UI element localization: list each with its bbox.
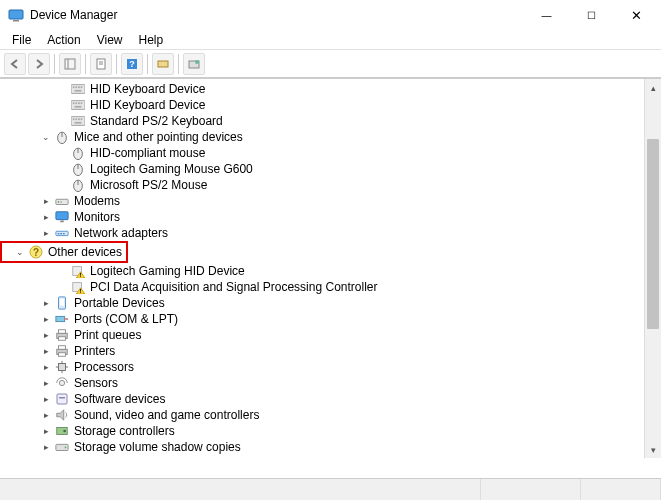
- device-tree[interactable]: ▸ HID Keyboard Device ▸ HID Keyboard Dev…: [0, 79, 661, 458]
- tree-category-other-devices[interactable]: ⌄ ? Other devices: [0, 241, 128, 263]
- properties-button[interactable]: [90, 53, 112, 75]
- category-label: Mice and other pointing devices: [74, 130, 243, 144]
- expander-icon[interactable]: ▸: [40, 227, 52, 239]
- expander-icon[interactable]: ▸: [40, 441, 52, 453]
- device-label: PCI Data Acquisition and Signal Processi…: [90, 280, 377, 294]
- expander-icon[interactable]: ▸: [40, 313, 52, 325]
- menu-view[interactable]: View: [89, 31, 131, 49]
- expander-icon[interactable]: ▸: [40, 361, 52, 373]
- tree-category-network[interactable]: ▸ Network adapters: [0, 225, 661, 241]
- tree-category-sound[interactable]: ▸ Sound, video and game controllers: [0, 407, 661, 423]
- menu-action[interactable]: Action: [39, 31, 88, 49]
- titlebar: Device Manager — ☐ ✕: [0, 0, 661, 30]
- maximize-button[interactable]: ☐: [569, 0, 614, 30]
- tree-leaf[interactable]: ▸ Microsoft PS/2 Mouse: [0, 177, 661, 193]
- expander-icon[interactable]: ▸: [40, 345, 52, 357]
- device-tree-container: ▸ HID Keyboard Device ▸ HID Keyboard Dev…: [0, 78, 661, 458]
- svg-rect-15: [78, 86, 80, 88]
- svg-rect-45: [60, 233, 62, 234]
- svg-rect-17: [75, 90, 82, 92]
- tree-category-software[interactable]: ▸ Software devices: [0, 391, 661, 407]
- keyboard-icon: [70, 113, 86, 129]
- tree-category-sensors[interactable]: ▸ Sensors: [0, 375, 661, 391]
- expander-icon[interactable]: ▸: [40, 393, 52, 405]
- svg-text:?: ?: [129, 59, 135, 69]
- expander-icon[interactable]: ▸: [40, 211, 52, 223]
- back-button[interactable]: [4, 53, 26, 75]
- tree-category-modems[interactable]: ▸ Modems: [0, 193, 661, 209]
- category-label: Processors: [74, 360, 134, 374]
- category-label: Ports (COM & LPT): [74, 312, 178, 326]
- tree-leaf[interactable]: ▸ ! PCI Data Acquisition and Signal Proc…: [0, 279, 661, 295]
- window-title: Device Manager: [30, 8, 524, 22]
- toolbar: ?: [0, 50, 661, 78]
- minimize-button[interactable]: —: [524, 0, 569, 30]
- category-label: Portable Devices: [74, 296, 165, 310]
- svg-text:?: ?: [33, 247, 39, 258]
- help-button[interactable]: ?: [121, 53, 143, 75]
- expander-icon[interactable]: ▸: [40, 329, 52, 341]
- tree-category-mice[interactable]: ⌄ Mice and other pointing devices: [0, 129, 661, 145]
- tree-category-print-queues[interactable]: ▸ Print queues: [0, 327, 661, 343]
- scroll-up-button[interactable]: ▴: [645, 79, 661, 96]
- scroll-down-button[interactable]: ▾: [645, 441, 661, 458]
- update-driver-button[interactable]: [183, 53, 205, 75]
- svg-rect-20: [75, 102, 77, 104]
- svg-rect-64: [59, 353, 66, 357]
- mouse-icon: [70, 145, 86, 161]
- device-label: Logitech Gaming Mouse G600: [90, 162, 253, 176]
- svg-rect-27: [78, 118, 80, 120]
- svg-text:!: !: [80, 271, 82, 278]
- svg-text:!: !: [80, 287, 82, 294]
- expander-icon[interactable]: ▸: [40, 297, 52, 309]
- svg-point-39: [58, 201, 60, 203]
- close-button[interactable]: ✕: [614, 0, 659, 30]
- menu-file[interactable]: File: [4, 31, 39, 49]
- tree-leaf[interactable]: ▸ HID-compliant mouse: [0, 145, 661, 161]
- status-cell: [481, 479, 581, 500]
- expander-icon[interactable]: ▸: [40, 457, 52, 458]
- tree-leaf[interactable]: ▸ HID Keyboard Device: [0, 97, 661, 113]
- tree-leaf[interactable]: ▸ Standard PS/2 Keyboard: [0, 113, 661, 129]
- tree-leaf[interactable]: ▸ HID Keyboard Device: [0, 81, 661, 97]
- expander-icon[interactable]: ▸: [40, 425, 52, 437]
- svg-rect-58: [65, 318, 69, 320]
- tree-leaf[interactable]: ▸ Logitech Gaming Mouse G600: [0, 161, 661, 177]
- expander-icon[interactable]: ⌄: [40, 131, 52, 143]
- tree-category-monitors[interactable]: ▸ Monitors: [0, 209, 661, 225]
- tree-category-storage-shadow[interactable]: ▸ Storage volume shadow copies: [0, 439, 661, 455]
- svg-point-70: [59, 380, 64, 385]
- tree-category-printers[interactable]: ▸ Printers: [0, 343, 661, 359]
- forward-button[interactable]: [28, 53, 50, 75]
- tree-category-ports[interactable]: ▸ Ports (COM & LPT): [0, 311, 661, 327]
- expander-icon[interactable]: ▸: [40, 409, 52, 421]
- svg-rect-21: [78, 102, 80, 104]
- expander-icon[interactable]: ▸: [40, 377, 52, 389]
- menu-help[interactable]: Help: [131, 31, 172, 49]
- portable-device-icon: [54, 295, 70, 311]
- device-label: HID Keyboard Device: [90, 98, 205, 112]
- category-label: Storage volume shadow copies: [74, 440, 241, 454]
- tree-category-storage-controllers[interactable]: ▸ Storage controllers: [0, 423, 661, 439]
- tree-leaf[interactable]: ▸ ! Logitech Gaming HID Device: [0, 263, 661, 279]
- menubar: File Action View Help: [0, 30, 661, 50]
- svg-rect-1: [13, 20, 19, 22]
- svg-rect-46: [63, 233, 65, 234]
- tree-category-processors[interactable]: ▸ Processors: [0, 359, 661, 375]
- vertical-scrollbar[interactable]: ▴ ▾: [644, 79, 661, 458]
- show-hide-tree-button[interactable]: [59, 53, 81, 75]
- tree-category-portable[interactable]: ▸ Portable Devices: [0, 295, 661, 311]
- category-label: Software devices: [74, 392, 165, 406]
- expander-icon[interactable]: ▸: [40, 195, 52, 207]
- svg-rect-2: [65, 59, 75, 69]
- tree-category-storage-volumes[interactable]: ▸ Storage volumes: [0, 455, 661, 458]
- status-cell: [0, 479, 481, 500]
- scan-hardware-button[interactable]: [152, 53, 174, 75]
- category-label: Print queues: [74, 328, 141, 342]
- svg-rect-41: [56, 212, 68, 220]
- svg-rect-71: [57, 394, 67, 404]
- processor-icon: [54, 359, 70, 375]
- expander-icon[interactable]: ⌄: [14, 246, 26, 258]
- scroll-thumb[interactable]: [647, 139, 659, 329]
- modem-icon: [54, 193, 70, 209]
